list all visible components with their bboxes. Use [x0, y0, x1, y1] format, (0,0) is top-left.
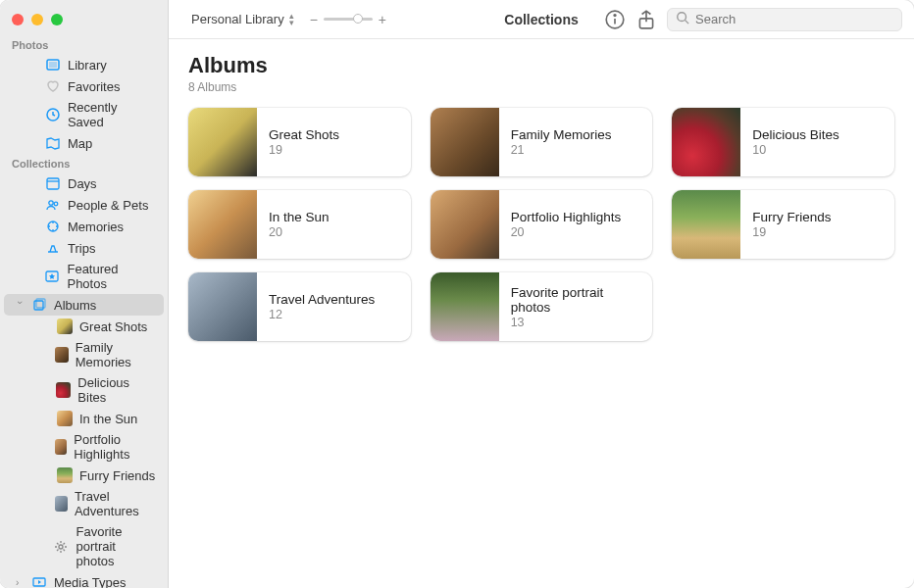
sidebar-item-delicious-bites[interactable]: Delicious Bites — [4, 372, 164, 408]
library-switcher-label: Personal Library — [191, 12, 284, 26]
zoom-out-button[interactable]: − — [310, 12, 318, 27]
sidebar-item-label: Travel Adventures — [75, 489, 156, 518]
sidebar-item-media-types[interactable]: ›Media Types — [4, 571, 164, 588]
sidebar-item-favorites[interactable]: Favorites — [4, 75, 164, 97]
album-thumbnail — [188, 272, 257, 341]
zoom-knob[interactable] — [353, 14, 363, 24]
svg-point-23 — [678, 12, 686, 21]
sidebar-item-label: In the Sun — [79, 412, 137, 426]
featured-icon — [44, 269, 60, 284]
memories-icon — [45, 219, 61, 234]
calendar-icon — [45, 175, 61, 191]
album-thumbnail — [431, 190, 499, 259]
sidebar-item-portfolio-highlights[interactable]: Portfolio Highlights — [4, 429, 164, 465]
albums-icon — [31, 297, 47, 313]
album-card-delicious-bites[interactable]: Delicious Bites 10 — [672, 108, 894, 176]
album-title: Favorite portrait photos — [511, 285, 641, 315]
sidebar-item-in-the-sun[interactable]: In the Sun — [4, 408, 164, 429]
search-input[interactable] — [695, 12, 893, 26]
sidebar-item-recently-saved[interactable]: Recently Saved — [4, 97, 164, 132]
heart-icon — [45, 78, 61, 94]
sidebar-section-photos: Photos — [0, 35, 168, 54]
zoom-in-button[interactable]: + — [379, 12, 386, 27]
gear-icon — [53, 539, 69, 555]
sidebar: Photos LibraryFavoritesRecently SavedMap… — [0, 0, 169, 588]
album-title: Portfolio Highlights — [511, 210, 622, 224]
sidebar-item-great-shots[interactable]: Great Shots — [4, 316, 164, 337]
album-card-body: Furry Friends 19 — [740, 202, 842, 247]
page-subheading: 8 Albums — [188, 80, 894, 94]
sidebar-item-family-memories[interactable]: Family Memories — [4, 337, 164, 372]
clock-icon — [45, 107, 61, 122]
album-card-portfolio-highlights[interactable]: Portfolio Highlights 20 — [431, 190, 653, 259]
close-window-button[interactable] — [12, 14, 24, 25]
sidebar-item-furry-friends[interactable]: Furry Friends — [4, 465, 164, 486]
album-thumbnail — [188, 108, 257, 176]
sidebar-item-label: Family Memories — [76, 340, 156, 369]
album-card-favorite-portrait-photos[interactable]: Favorite portrait photos 13 — [431, 272, 653, 341]
page-heading: Albums — [188, 53, 894, 78]
album-card-travel-adventures[interactable]: Travel Adventures 12 — [188, 272, 411, 341]
sidebar-item-label: Media Types — [54, 575, 126, 589]
people-icon — [45, 197, 61, 213]
album-card-great-shots[interactable]: Great Shots 19 — [188, 108, 411, 176]
album-count: 12 — [269, 308, 375, 321]
album-thumb-icon — [57, 318, 73, 334]
sidebar-item-trips[interactable]: Trips — [4, 237, 164, 259]
album-card-in-the-sun[interactable]: In the Sun 20 — [188, 190, 411, 259]
zoom-slider[interactable] — [324, 18, 373, 21]
album-card-family-memories[interactable]: Family Memories 21 — [431, 108, 653, 176]
minimize-window-button[interactable] — [31, 14, 43, 25]
album-count: 19 — [269, 143, 339, 157]
info-button[interactable] — [604, 9, 626, 30]
album-count: 10 — [752, 143, 839, 157]
album-thumb-icon — [55, 439, 67, 455]
sidebar-item-memories[interactable]: Memories — [4, 216, 164, 237]
sidebar-item-library[interactable]: Library — [4, 54, 164, 75]
album-count: 13 — [511, 316, 641, 329]
svg-rect-3 — [47, 178, 59, 189]
sidebar-item-label: Delicious Bites — [77, 375, 156, 405]
media-icon — [31, 574, 47, 588]
fullscreen-window-button[interactable] — [51, 14, 63, 25]
sidebar-item-label: People & Pets — [68, 198, 148, 213]
album-thumb-icon — [55, 496, 68, 512]
toolbar: Personal Library ▴▾ − + Collections — [169, 0, 914, 39]
sidebar-item-featured-photos[interactable]: Featured Photos — [4, 259, 164, 294]
sidebar-item-favorite-portrait-photos[interactable]: Favorite portrait photos — [4, 521, 164, 571]
search-field[interactable] — [667, 8, 902, 31]
sidebar-item-label: Library — [68, 58, 107, 73]
sidebar-item-label: Portfolio Highlights — [74, 432, 156, 462]
album-thumbnail — [188, 190, 257, 259]
chevron-down-icon: › — [15, 301, 25, 310]
sidebar-item-people-pets[interactable]: People & Pets — [4, 194, 164, 216]
album-title: In the Sun — [269, 210, 330, 224]
sidebar-section-collections: Collections — [0, 154, 168, 172]
album-card-furry-friends[interactable]: Furry Friends 19 — [672, 190, 894, 259]
main-area: Personal Library ▴▾ − + Collections Albu… — [169, 0, 914, 588]
svg-point-11 — [59, 545, 63, 549]
album-title: Delicious Bites — [752, 127, 839, 142]
sidebar-item-label: Featured Photos — [67, 262, 156, 291]
sidebar-item-map[interactable]: Map — [4, 132, 164, 154]
library-switcher[interactable]: Personal Library ▴▾ — [180, 10, 300, 28]
album-card-body: Delicious Bites 10 — [740, 120, 851, 165]
album-title: Family Memories — [511, 127, 612, 142]
sidebar-item-label: Great Shots — [79, 319, 147, 334]
album-count: 20 — [511, 225, 622, 239]
sidebar-item-label: Memories — [68, 220, 124, 234]
sidebar-item-label: Days — [68, 176, 97, 191]
album-thumb-icon — [57, 467, 73, 483]
album-thumbnail — [431, 108, 499, 176]
sidebar-item-albums[interactable]: ›Albums — [4, 294, 164, 316]
album-card-body: Favorite portrait photos 13 — [499, 277, 653, 337]
album-count: 20 — [269, 225, 330, 239]
album-card-body: Travel Adventures 12 — [257, 284, 386, 329]
album-thumb-icon — [57, 411, 73, 426]
sidebar-item-travel-adventures[interactable]: Travel Adventures — [4, 486, 164, 521]
sidebar-item-label: Albums — [54, 298, 96, 313]
sidebar-item-days[interactable]: Days — [4, 172, 164, 194]
share-button[interactable] — [635, 9, 657, 30]
sidebar-item-label: Furry Friends — [79, 468, 155, 483]
svg-point-6 — [54, 202, 58, 206]
